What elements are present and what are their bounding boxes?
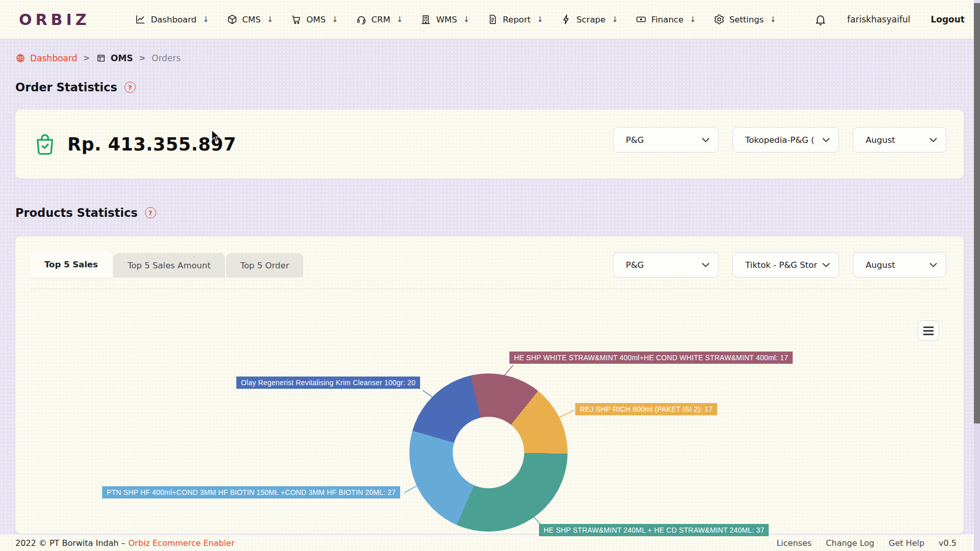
copyright-text: 2022 © PT Borwita Indah – — [15, 538, 125, 548]
brand-select-value: P&G — [626, 135, 644, 145]
store-select-value: Tiktok - P&G Stor — [745, 260, 817, 270]
nav-item-crm[interactable]: CRM ↓ — [356, 14, 403, 25]
nav-label: Report — [503, 15, 531, 24]
nav-label: CMS — [242, 15, 261, 24]
brand-select[interactable]: P&G — [613, 252, 719, 278]
orbiz-logo: ORBIZ — [19, 11, 90, 29]
chevron-down-icon — [929, 138, 937, 142]
nav-item-finance[interactable]: Finance ↓ — [635, 14, 696, 25]
store-select[interactable]: Tokopedia-P&G ( — [732, 127, 839, 153]
tab-top-5-order[interactable]: Top 5 Order — [226, 253, 304, 278]
main-menu: Dashboard ↓ CMS ↓ OMS ↓ CRM ↓ WMS ↓ — [135, 14, 776, 25]
gear-icon — [714, 14, 725, 25]
globe-icon — [15, 53, 26, 63]
username-menu[interactable]: fariskhasyaiful — [847, 14, 911, 24]
nav-item-oms[interactable]: OMS ↓ — [290, 14, 338, 25]
shopping-bag-check-icon — [34, 132, 56, 157]
breadcrumb-oms[interactable]: OMS — [96, 53, 133, 63]
shopping-cart-icon — [290, 14, 302, 25]
store-select-value: Tokopedia-P&G ( — [745, 135, 814, 145]
month-select[interactable]: August — [853, 252, 946, 278]
chart-slice-label: HE SHP WHITE STRAW&MINT 400ml+HE COND WH… — [509, 352, 793, 364]
footer-link-gethelp[interactable]: Get Help — [889, 538, 924, 548]
footer-link-licenses[interactable]: Licenses — [776, 538, 812, 548]
section-heading: Order Statistics — [15, 81, 117, 94]
scrollbar-thumb[interactable] — [974, 3, 980, 423]
chevron-down-icon: ↓ — [267, 15, 274, 24]
nav-item-cms[interactable]: CMS ↓ — [227, 14, 274, 25]
chart-line-icon — [135, 14, 146, 25]
nav-label: Finance — [651, 15, 683, 24]
footer-brand-link[interactable]: Orbiz Ecommerce Enabler — [128, 538, 234, 548]
card-divider — [30, 289, 949, 289]
headset-icon — [356, 14, 367, 25]
mouse-cursor-icon — [211, 130, 222, 143]
nav-label: CRM — [372, 15, 390, 24]
nav-label: OMS — [306, 15, 326, 24]
breadcrumb-separator-icon: > — [83, 54, 90, 63]
chevron-down-icon — [822, 263, 830, 267]
help-icon[interactable]: ? — [125, 82, 136, 93]
month-select[interactable]: August — [853, 127, 946, 153]
breadcrumb: Dashboard > OMS > Orders — [15, 53, 181, 63]
logout-button[interactable]: Logout — [930, 14, 965, 24]
chart-slice-label: PTN SHP HF 400ml+COND 3MM HF BIOTIN 150M… — [102, 486, 400, 498]
chevron-down-icon — [929, 263, 937, 267]
products-statistics-title: Products Statistics ? — [15, 206, 156, 219]
chevron-down-icon: ↓ — [537, 15, 544, 24]
store-select[interactable]: Tiktok - P&G Stor — [732, 252, 839, 278]
chevron-down-icon — [702, 263, 709, 267]
donut-chart[interactable] — [409, 373, 568, 532]
top-navigation-bar: ORBIZ Dashboard ↓ CMS ↓ OMS ↓ CRM ↓ — [0, 0, 980, 39]
nav-label: Settings — [729, 15, 764, 24]
nav-label: WMS — [436, 15, 457, 24]
chevron-down-icon: ↓ — [690, 15, 696, 24]
scrollbar-track[interactable] — [974, 0, 980, 551]
section-heading: Products Statistics — [15, 206, 138, 219]
products-tabs: Top 5 Sales Top 5 Sales Amount Top 5 Ord… — [30, 251, 304, 278]
breadcrumb-separator-icon: > — [139, 54, 145, 63]
breadcrumb-link[interactable]: Dashboard — [30, 53, 77, 63]
page: ORBIZ Dashboard ↓ CMS ↓ OMS ↓ CRM ↓ — [0, 0, 980, 551]
order-filters: P&G Tokopedia-P&G ( August — [613, 127, 946, 153]
tab-top-5-sales-amount[interactable]: Top 5 Sales Amount — [113, 253, 225, 278]
banknote-icon — [635, 14, 647, 25]
window-grid-icon — [96, 53, 106, 63]
month-select-value: August — [866, 260, 895, 270]
brand-select-value: P&G — [626, 260, 644, 270]
chevron-down-icon: ↓ — [770, 15, 776, 24]
bell-icon — [814, 13, 827, 26]
footer-links: Licenses Change Log Get Help v0.5 — [776, 538, 957, 548]
products-filters: P&G Tiktok - P&G Stor August — [613, 252, 946, 278]
chevron-down-icon: ↓ — [203, 15, 209, 24]
lightning-icon — [560, 14, 572, 25]
nav-item-dashboard[interactable]: Dashboard ↓ — [135, 14, 209, 25]
breadcrumb-dashboard[interactable]: Dashboard — [15, 53, 77, 63]
chart-slice-label: HE SHP STRAW&MINT 240ML + HE CD STRAW&MI… — [539, 524, 769, 536]
nav-item-report[interactable]: Report ↓ — [487, 14, 543, 25]
nav-item-wms[interactable]: WMS ↓ — [420, 14, 470, 25]
building-icon — [420, 14, 431, 25]
brand-select[interactable]: P&G — [613, 127, 719, 153]
notifications-button[interactable] — [814, 13, 827, 26]
chevron-down-icon: ↓ — [611, 15, 618, 24]
nav-label: Dashboard — [151, 15, 197, 24]
footer-link-changelog[interactable]: Change Log — [826, 538, 874, 548]
order-total-group: Rp. 413.355.897 — [34, 110, 236, 179]
nav-item-settings[interactable]: Settings ↓ — [714, 14, 776, 25]
hamburger-icon — [923, 327, 934, 328]
chevron-down-icon: ↓ — [397, 15, 403, 24]
chart-slice-label: REJ SHP RICH 600ml (PAKET ISI 2): 17 — [575, 403, 717, 415]
order-statistics-card: Rp. 413.355.897 P&G Tokopedia-P&G ( Augu… — [15, 110, 964, 179]
document-icon — [487, 14, 498, 25]
help-icon[interactable]: ? — [145, 207, 156, 218]
chart-context-menu-button[interactable] — [918, 320, 939, 341]
footer: 2022 © PT Borwita Indah – Orbiz Ecommerc… — [0, 535, 980, 551]
nav-item-scrape[interactable]: Scrape ↓ — [560, 14, 618, 25]
chevron-down-icon — [702, 138, 709, 142]
package-box-icon — [227, 14, 238, 25]
chevron-down-icon: ↓ — [332, 15, 338, 24]
breadcrumb-label: OMS — [111, 53, 133, 63]
month-select-value: August — [866, 135, 895, 145]
tab-top-5-sales[interactable]: Top 5 Sales — [30, 251, 112, 278]
